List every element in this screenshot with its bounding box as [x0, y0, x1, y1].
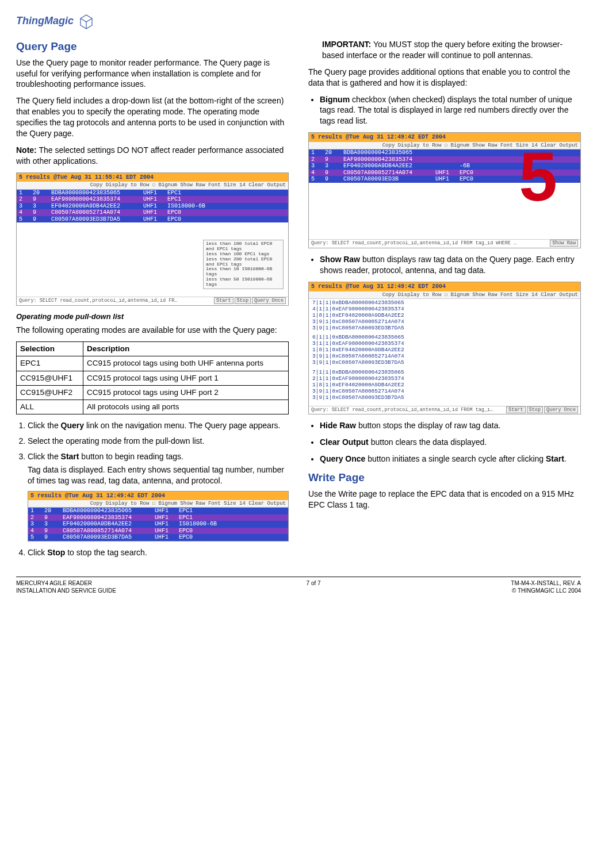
write-page-title: Write Page — [308, 470, 581, 485]
shot2-rows: 120BDBA8000800423835065UHF1EPC1 29EAF980… — [28, 508, 288, 541]
options-intro: The Query page provides additional optio… — [308, 67, 581, 89]
table-header-selection: Selection — [17, 342, 83, 356]
steps-list: Click the Query link on the navigation m… — [16, 420, 289, 558]
query-page-title: Query Page — [16, 39, 289, 54]
footer-right: TM-M4-X-INSTALL, REV. A © THINGMAGIC LLC… — [511, 579, 581, 595]
note-text: The selected settings DO NOT affect read… — [16, 145, 284, 166]
screenshot-bignum: 5 results @Tue Aug 31 12:49:42 EDT 2004 … — [308, 132, 581, 248]
note-label: Note: — [16, 145, 37, 155]
important-note: IMPORTANT: You MUST stop the query befor… — [322, 39, 581, 61]
important-label: IMPORTANT: — [322, 40, 371, 49]
bullet-hideraw: Hide Raw button stops the display of raw… — [320, 420, 581, 431]
shot3-query: Query: SELECT read_count,protocol_id,ant… — [311, 241, 518, 247]
bullet-queryonce: Query Once button initiates a single sea… — [320, 454, 581, 464]
step-4: Click Stop to stop the tag search. — [28, 547, 289, 558]
bullet-bignum: Bignum checkbox (when checked) displays … — [320, 94, 581, 127]
shot4-query: Query: SELECT read_count,protocol_id,ant… — [311, 408, 495, 413]
shot2-header: 5 results @Tue Aug 31 12:49:42 EDT 2004 — [28, 491, 288, 501]
shot4-raw: 7|1|1|0xBDBA8000800423835065 4|1|1|0xEAF… — [309, 299, 580, 406]
footer-left: MERCURY4 AGILE READER INSTALLATION AND S… — [16, 579, 116, 595]
footer-page-number: 7 of 7 — [116, 579, 511, 587]
bignum-value: 5 — [519, 149, 557, 204]
table-header-description: Description — [83, 342, 289, 356]
caption-operating-mode: Operating mode pull-down list — [16, 312, 289, 322]
shot2-toolbar: Copy Display to Row ☐ Bignum Show Raw Fo… — [28, 500, 288, 508]
screenshot-showraw: 5 results @Tue Aug 31 12:49:42 EDT 2004 … — [308, 282, 581, 414]
step-3-sub: Tag data is displayed. Each entry shows … — [28, 464, 289, 486]
step-2: Select the operating mode from the pull-… — [28, 436, 289, 447]
bullet-clear: Clear Output button clears the data disp… — [320, 437, 581, 448]
page-footer: MERCURY4 AGILE READER INSTALLATION AND S… — [16, 577, 581, 595]
screenshot-operating-mode: 5 results @Tue Aug 31 11:55:41 EDT 2004 … — [16, 172, 289, 306]
query-note: Note: The selected settings DO NOT affec… — [16, 145, 289, 167]
table-row: EPC1CC915 protocol tags using both UHF a… — [17, 356, 289, 371]
logo-text: ThingMagic — [16, 14, 74, 28]
shot1-query: Query: SELECT read_count,protocol_id,ant… — [19, 298, 180, 304]
shot4-toolbar: Copy Display to Row ☐ Bignum Show Raw Fo… — [309, 291, 580, 299]
table-row: ALLAll protocols using all ports — [17, 400, 289, 414]
query-intro-2: The Query field includes a drop-down lis… — [16, 95, 289, 139]
step-3: Click the Start button to begin reading … — [28, 451, 289, 541]
shot1-infobox: less than 100 total EPC0 and EPC1 tags l… — [203, 240, 284, 289]
modes-intro: The following operating modes are availa… — [16, 325, 289, 336]
table-row: CC915@UHF1CC915 protocol tags using UHF … — [17, 371, 289, 385]
right-column: IMPORTANT: You MUST stop the query befor… — [308, 33, 581, 563]
write-page-text: Use the Write page to replace the EPC da… — [308, 489, 581, 510]
table-row: CC915@UHF2CC915 protocol tags using UHF … — [17, 385, 289, 400]
bullet-showraw: Show Raw button displays raw tag data on… — [320, 254, 581, 276]
logo: ThingMagic — [16, 11, 581, 30]
shot1-rows: 120BDBA8000800423835065UHF1EPC1 29EAF980… — [17, 190, 288, 223]
step-1: Click the Query link on the navigation m… — [28, 420, 289, 431]
query-intro-1: Use the Query page to monitor reader per… — [16, 57, 289, 90]
shot1-toolbar: Copy Display to Row ☐ Bignum Show Raw Fo… — [17, 182, 288, 189]
operating-modes-table: Selection Description EPC1CC915 protocol… — [16, 341, 289, 414]
shot1-header: 5 results @Tue Aug 31 11:55:41 EDT 2004 — [17, 173, 288, 182]
screenshot-tag-data: 5 results @Tue Aug 31 12:49:42 EDT 2004 … — [28, 491, 289, 541]
logo-icon — [77, 11, 95, 30]
shot1-buttons: StartStopQuery Once — [213, 298, 286, 304]
shot4-header: 5 results @Tue Aug 31 12:49:42 EDT 2004 — [309, 282, 580, 291]
left-column: Query Page Use the Query page to monitor… — [16, 33, 289, 563]
